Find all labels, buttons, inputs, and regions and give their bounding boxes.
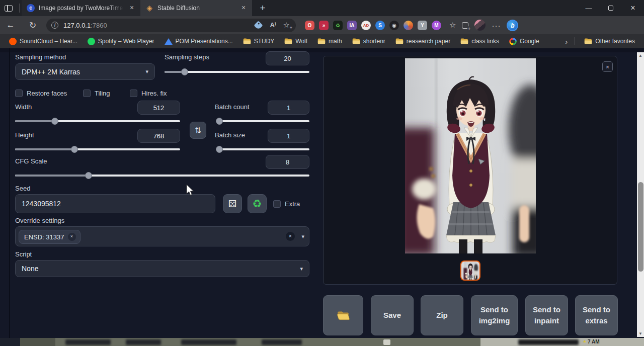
folder-icon xyxy=(284,38,292,45)
extra-seed-checkbox[interactable]: Extra xyxy=(273,200,300,208)
bookmarks-overflow-icon[interactable]: › xyxy=(563,37,570,46)
bookmark-soundcloud[interactable]: SoundCloud – Hear... xyxy=(5,36,82,47)
tiling-checkbox[interactable]: Tiling xyxy=(83,90,110,97)
favorites-icon[interactable]: ☆ xyxy=(449,21,456,30)
extension-icon-ad[interactable]: AD xyxy=(361,21,371,30)
folder-icon xyxy=(317,38,326,45)
sampling-steps-input[interactable]: 20 xyxy=(266,51,309,65)
batch-size-input[interactable]: 1 xyxy=(268,129,309,143)
send-to-inpaint-button[interactable]: Send to inpaint xyxy=(525,295,568,335)
tab-stable-diffusion[interactable]: ◈ Stable Diffusion × xyxy=(140,0,252,16)
width-slider[interactable] xyxy=(15,118,180,125)
site-info-icon[interactable]: i xyxy=(51,22,58,29)
collections-icon[interactable] xyxy=(462,22,468,29)
extension-icon-shazam[interactable]: S xyxy=(375,21,385,30)
extension-icon-2[interactable]: » xyxy=(319,21,329,30)
sampling-method-dropdown[interactable]: DPM++ 2M Karras ▾ xyxy=(15,63,155,80)
bookmark-google[interactable]: Google xyxy=(505,36,543,47)
sampling-method-label: Sampling method xyxy=(15,53,66,61)
width-input[interactable]: 512 xyxy=(137,101,180,115)
scroll-up-icon[interactable]: ▲ xyxy=(637,52,644,59)
override-settings-box[interactable]: ENSD: 31337 × × ▾ xyxy=(15,226,309,246)
cfg-scale-slider[interactable] xyxy=(15,172,309,179)
extension-icon-trash[interactable]: ♻ xyxy=(333,21,343,30)
gallery-close-button[interactable]: × xyxy=(602,61,613,72)
extension-icon-monica[interactable]: M xyxy=(432,21,441,30)
clear-all-icon[interactable]: × xyxy=(286,232,295,241)
taskbar-sliver: ★ 7 AM xyxy=(0,338,644,346)
restore-faces-checkbox[interactable]: Restore faces xyxy=(15,90,67,97)
add-favorite-icon[interactable]: ☆+ xyxy=(283,21,290,30)
scroll-down-icon[interactable]: ▼ xyxy=(637,330,644,337)
batch-size-slider[interactable] xyxy=(216,146,309,153)
shopping-tag-icon[interactable] xyxy=(254,21,263,30)
override-chip[interactable]: ENSD: 31337 × xyxy=(19,230,80,244)
sampling-steps-slider[interactable] xyxy=(165,68,309,75)
scrollbar-thumb[interactable] xyxy=(638,182,643,272)
open-folder-button[interactable] xyxy=(323,295,363,335)
bing-chat-icon[interactable]: b xyxy=(507,20,518,31)
extension-icon-pin[interactable]: ◉ xyxy=(389,21,399,30)
tab-image-posted[interactable]: c Image posted by TwoMoreTimes × xyxy=(22,0,140,16)
google-icon xyxy=(509,38,517,45)
random-seed-button[interactable]: ⚄ xyxy=(223,194,242,213)
maximize-button[interactable] xyxy=(600,0,622,16)
height-slider[interactable] xyxy=(15,146,180,153)
close-window-button[interactable]: × xyxy=(622,0,644,16)
workspaces-icon[interactable] xyxy=(0,0,17,16)
bookmark-folder-shortenr[interactable]: shortenr xyxy=(348,36,389,46)
bookmark-folder-classlinks[interactable]: class links xyxy=(456,36,503,46)
window-controls: — × xyxy=(578,0,644,16)
tab-close-icon[interactable]: × xyxy=(127,4,136,13)
send-to-img2img-button[interactable]: Send to img2img xyxy=(471,295,518,335)
script-label: Script xyxy=(15,250,32,258)
send-to-extras-button[interactable]: Send to extras xyxy=(575,295,618,335)
read-aloud-icon[interactable]: A) xyxy=(270,21,276,29)
tab-close-icon[interactable]: × xyxy=(239,4,248,13)
screen: c Image posted by TwoMoreTimes × ◈ Stabl… xyxy=(0,0,644,346)
taskbar-clock: 7 AM xyxy=(588,339,600,344)
batch-count-slider[interactable] xyxy=(216,118,309,125)
bookmark-other-favorites[interactable]: Other favorites xyxy=(580,36,639,46)
minimize-button[interactable]: — xyxy=(578,0,600,16)
url-host: 127.0.0.1 xyxy=(63,22,91,29)
extension-icon-y[interactable]: Y xyxy=(418,21,427,30)
vertical-scrollbar[interactable]: ▲ ▼ xyxy=(637,52,644,337)
back-button[interactable]: ← xyxy=(3,18,18,33)
swap-width-height-button[interactable]: ⇅ xyxy=(190,122,206,139)
address-bar[interactable]: i 127.0.0.1:7860 A) ☆+ xyxy=(46,19,296,32)
batch-count-input[interactable]: 1 xyxy=(268,101,309,115)
zip-button[interactable]: Zip xyxy=(421,295,463,335)
script-dropdown[interactable]: None ▾ xyxy=(15,260,309,277)
chip-close-icon[interactable]: × xyxy=(68,233,76,241)
chevron-down-icon[interactable]: ▾ xyxy=(301,233,304,240)
refresh-button[interactable]: ↻ xyxy=(25,18,40,33)
bookmark-pom[interactable]: POM Presentations... xyxy=(160,36,237,46)
toolbar-right: ☆ ··· b xyxy=(449,20,518,31)
tab-title: Image posted by TwoMoreTimes xyxy=(39,5,123,12)
generated-image[interactable] xyxy=(405,58,536,253)
bookmark-spotify[interactable]: Spotify – Web Player xyxy=(84,36,158,47)
bookmark-folder-study[interactable]: STUDY xyxy=(239,36,279,46)
height-input[interactable]: 768 xyxy=(137,129,180,143)
cfg-scale-input[interactable]: 8 xyxy=(266,155,309,169)
bookmark-folder-wolf[interactable]: Wolf xyxy=(280,36,311,46)
extension-icon-ia[interactable]: IA xyxy=(347,21,357,30)
bookmark-folder-research[interactable]: reasearch paper xyxy=(391,36,454,46)
hires-fix-checkbox[interactable]: Hires. fix xyxy=(130,90,167,97)
cfg-scale-label: CFG Scale xyxy=(15,157,47,165)
reuse-seed-button[interactable]: ♻ xyxy=(248,194,267,213)
folder-icon xyxy=(243,38,251,45)
folder-icon xyxy=(460,38,468,45)
bookmarks-bar: SoundCloud – Hear... Spotify – Web Playe… xyxy=(0,34,644,48)
settings-more-icon[interactable]: ··· xyxy=(492,21,501,30)
extension-icon-globe[interactable] xyxy=(404,21,413,30)
tab-favicon-gradio: ◈ xyxy=(145,4,153,12)
save-button[interactable]: Save xyxy=(371,295,414,335)
new-tab-button[interactable]: + xyxy=(255,1,270,16)
bookmark-folder-math[interactable]: math xyxy=(313,36,346,46)
gallery-thumbnail-selected[interactable] xyxy=(460,261,480,281)
profile-avatar[interactable] xyxy=(474,20,486,31)
seed-input[interactable]: 1243095812 xyxy=(15,194,215,213)
extension-icon-1[interactable]: O xyxy=(305,21,314,30)
